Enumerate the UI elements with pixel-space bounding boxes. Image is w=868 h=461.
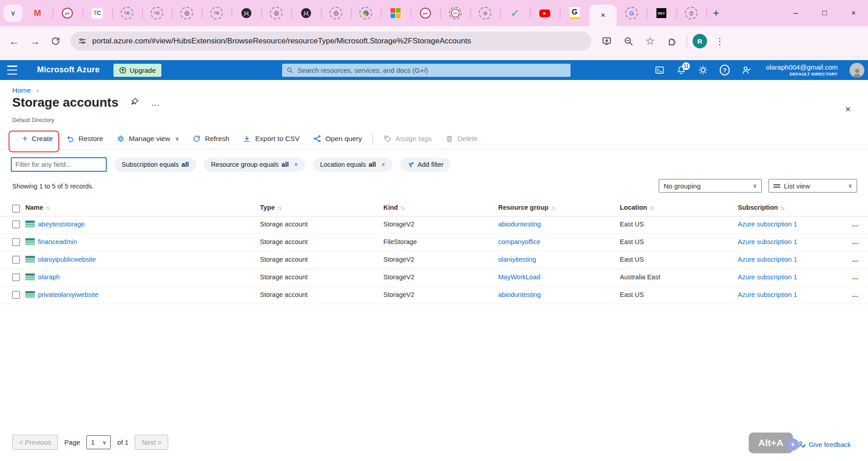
- dev-pinned-tab[interactable]: DEV: [646, 0, 676, 26]
- address-bar[interactable]: portal.azure.com/#view/HubsExtension/Bro…: [71, 32, 591, 51]
- resource-group-filter-pill[interactable]: Resource group equals all ×: [204, 158, 305, 172]
- header-type[interactable]: Type↑↓: [260, 204, 281, 211]
- globe-dashed-pinned-tab[interactable]: [261, 0, 291, 26]
- minimize-button[interactable]: –: [781, 0, 810, 26]
- row-checkbox[interactable]: [12, 291, 20, 299]
- assign-tags-button[interactable]: Assign tags: [377, 131, 439, 147]
- row-subscription-link[interactable]: Azure subscription 1: [738, 238, 797, 245]
- account-avatar[interactable]: [849, 63, 864, 78]
- bookmark-star-icon[interactable]: ☆: [641, 32, 659, 50]
- tc-dashed-pinned-tab[interactable]: TC: [142, 0, 172, 26]
- tc-dashed-pinned-tab[interactable]: TC: [112, 0, 142, 26]
- grouping-select[interactable]: No grouping ∨: [659, 179, 762, 193]
- select-all-checkbox[interactable]: [12, 205, 20, 212]
- open-query-button[interactable]: Open query: [307, 131, 369, 147]
- row-more-button[interactable]: …: [852, 291, 859, 298]
- new-tab-button[interactable]: +: [706, 0, 726, 26]
- remove-filter-icon[interactable]: ×: [294, 161, 298, 168]
- row-name-link[interactable]: olaniyipublicwebsite: [38, 256, 96, 263]
- delete-button[interactable]: Delete: [439, 131, 485, 147]
- create-button[interactable]: + Create: [15, 131, 60, 147]
- pin-icon[interactable]: [130, 97, 139, 108]
- row-resource-group-link[interactable]: abioduntesting: [498, 221, 541, 228]
- row-more-button[interactable]: …: [852, 273, 859, 281]
- azure-brand[interactable]: Microsoft Azure: [37, 65, 99, 75]
- table-row[interactable]: olaniyipublicwebsite Storage account Sto…: [0, 251, 868, 269]
- forward-button[interactable]: →: [24, 31, 45, 52]
- row-checkbox[interactable]: [12, 273, 20, 281]
- globe-dashed-pinned-tab[interactable]: [321, 0, 351, 26]
- row-subscription-link[interactable]: Azure subscription 1: [738, 273, 797, 281]
- back-button[interactable]: ←: [4, 31, 24, 52]
- row-more-button[interactable]: …: [852, 238, 859, 245]
- check-pinned-tab[interactable]: ✓: [500, 0, 530, 26]
- header-subscription[interactable]: Subscription↑↓: [738, 204, 784, 211]
- row-more-button[interactable]: …: [852, 221, 859, 228]
- help-icon[interactable]: ?: [720, 65, 730, 75]
- row-resource-group-link[interactable]: abioduntesting: [498, 291, 541, 298]
- extensions-icon[interactable]: [663, 32, 681, 50]
- pie-dashed-pinned-tab[interactable]: [351, 0, 381, 26]
- page-number-select[interactable]: 1 ∨: [86, 435, 111, 449]
- assistant-dot[interactable]: [787, 438, 799, 451]
- row-resource-group-link[interactable]: companyoffice: [498, 238, 540, 245]
- tab-close-icon[interactable]: ×: [601, 11, 605, 20]
- row-checkbox[interactable]: [12, 256, 20, 263]
- row-checkbox[interactable]: [12, 221, 20, 228]
- psi-pinned-tab[interactable]: psi: [52, 0, 82, 26]
- row-name-link[interactable]: abeyteststorage: [38, 221, 85, 228]
- restore-button[interactable]: Restore: [60, 131, 110, 147]
- window-close-button[interactable]: ×: [839, 0, 868, 26]
- printer-dashed-pinned-tab[interactable]: [676, 0, 706, 26]
- youtube-pinned-tab[interactable]: ▶: [530, 0, 560, 26]
- previous-page-button[interactable]: < Previous: [12, 435, 58, 450]
- header-name[interactable]: Name↑↓: [25, 204, 50, 211]
- microsoft-pinned-tab[interactable]: [381, 0, 410, 26]
- breadcrumb-home-link[interactable]: Home: [12, 86, 31, 94]
- globe-dashed-pinned-tab[interactable]: [172, 0, 202, 26]
- reload-button[interactable]: [45, 31, 66, 52]
- row-checkbox[interactable]: [12, 238, 20, 246]
- install-app-icon[interactable]: [598, 32, 616, 50]
- hamburger-menu-icon[interactable]: [7, 66, 17, 75]
- refresh-button[interactable]: Refresh: [186, 131, 236, 147]
- header-location[interactable]: Location↑↓: [620, 204, 653, 211]
- blade-close-icon[interactable]: ×: [845, 103, 851, 115]
- row-resource-group-link[interactable]: olaniyitesting: [498, 256, 536, 263]
- manage-view-button[interactable]: Manage view ∨: [110, 131, 186, 147]
- site-info-icon[interactable]: [78, 37, 87, 46]
- settings-gear-icon[interactable]: [698, 65, 708, 75]
- browser-menu-icon[interactable]: ⋮: [711, 32, 729, 50]
- notifications-bell-icon[interactable]: 11: [676, 65, 686, 75]
- psi-dashed-pinned-tab[interactable]: psi: [440, 0, 470, 26]
- row-resource-group-link[interactable]: MayWorkLoad: [498, 273, 540, 281]
- export-csv-button[interactable]: Export to CSV: [236, 131, 306, 147]
- cloud-shell-icon[interactable]: [655, 65, 665, 75]
- github-pinned-tab[interactable]: [291, 0, 321, 26]
- psi-pinned-tab[interactable]: psi: [410, 0, 440, 26]
- row-more-button[interactable]: …: [852, 256, 859, 263]
- header-resource-group[interactable]: Resource group↑↓: [498, 204, 555, 211]
- add-filter-button[interactable]: Add filter: [400, 158, 451, 172]
- github-pinned-tab[interactable]: [231, 0, 261, 26]
- title-more-icon[interactable]: …: [151, 98, 160, 108]
- glassdoor-pinned-tab[interactable]: G: [560, 0, 590, 26]
- tc-pinned-tab[interactable]: TC: [82, 0, 112, 26]
- row-subscription-link[interactable]: Azure subscription 1: [738, 291, 797, 298]
- table-row[interactable]: olaraph Storage account StorageV2 MayWor…: [0, 269, 868, 287]
- google-dashed-pinned-tab[interactable]: G: [617, 0, 646, 26]
- next-page-button[interactable]: Next >: [135, 435, 168, 450]
- tc-dashed-pinned-tab[interactable]: TC: [202, 0, 231, 26]
- view-select[interactable]: List view ∨: [769, 179, 857, 193]
- account-info[interactable]: olaraph004@gmail.com DEFAULT DIRECTORY: [766, 63, 838, 77]
- active-tab[interactable]: ×: [590, 5, 617, 26]
- gmail-pinned-tab[interactable]: M: [23, 0, 52, 26]
- openai-dashed-pinned-tab[interactable]: [470, 0, 500, 26]
- row-subscription-link[interactable]: Azure subscription 1: [738, 221, 797, 228]
- zoom-out-icon[interactable]: [619, 32, 637, 50]
- table-row[interactable]: privateolaniyiwebsite Storage account St…: [0, 287, 868, 304]
- subscription-filter-pill[interactable]: Subscription equals all: [114, 158, 196, 172]
- header-kind[interactable]: Kind↑↓: [383, 204, 404, 211]
- upgrade-button[interactable]: Upgrade: [113, 64, 161, 77]
- feedback-person-icon[interactable]: [741, 65, 751, 75]
